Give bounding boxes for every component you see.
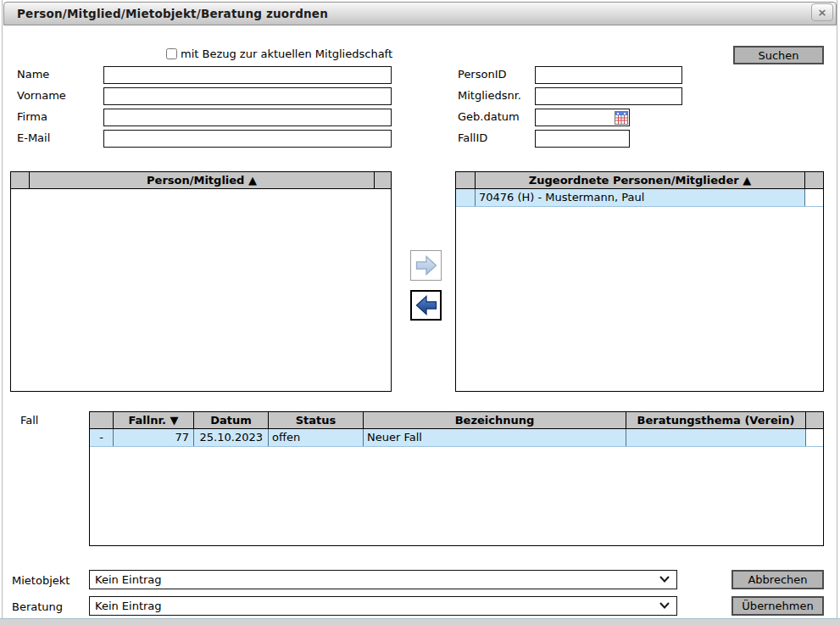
fall-cell-fallnr: 77 xyxy=(114,429,194,446)
calendar-icon[interactable] xyxy=(615,111,628,125)
assigned-row-marker-cell xyxy=(456,189,476,206)
apply-button[interactable]: Übernehmen xyxy=(732,596,824,616)
membership-checkbox[interactable] xyxy=(166,48,177,59)
window-border-left xyxy=(2,0,3,625)
gebdatum-input[interactable] xyxy=(536,111,615,125)
mitgliedsnr-input[interactable] xyxy=(535,87,682,105)
mietobjekt-field: Kein Eintrag xyxy=(89,570,677,589)
person-list-sort-header[interactable]: Person/Mitglied ▲ xyxy=(30,172,375,188)
title-bar: Person/Mitglied/Mietobjekt/Beratung zuor… xyxy=(3,2,837,25)
fall-table-row-selected[interactable]: - 77 25.10.2023 offen Neuer Fall xyxy=(90,429,823,447)
remove-button[interactable] xyxy=(410,290,442,321)
person-list-header: Person/Mitglied ▲ xyxy=(11,172,391,189)
fall-cell-thema xyxy=(626,429,806,446)
email-input[interactable] xyxy=(103,130,392,148)
assign-button[interactable] xyxy=(410,250,442,281)
assigned-row-end-cell xyxy=(805,189,823,206)
assigned-list-header: Zugeordnete Personen/Mitglieder ▲ xyxy=(456,172,823,189)
fall-cell-datum: 25.10.2023 xyxy=(194,429,269,446)
person-list-corner-cell xyxy=(11,172,30,188)
name-input[interactable] xyxy=(103,66,392,84)
person-list-end-cell xyxy=(375,172,391,188)
beratung-field: Kein Eintrag xyxy=(89,596,677,616)
assigned-row-text: 70476 (H) - Mustermann, Paul xyxy=(476,189,805,206)
fallid-input[interactable] xyxy=(535,130,630,148)
fall-col-thema[interactable]: Beratungsthema (Verein) xyxy=(626,412,806,428)
arrow-left-icon xyxy=(414,293,439,317)
assigned-list-panel: Zugeordnete Personen/Mitglieder ▲ 70476 … xyxy=(455,171,824,392)
vorname-input[interactable] xyxy=(103,87,392,105)
cancel-button[interactable]: Abbrechen xyxy=(732,570,824,589)
window-border-right xyxy=(837,0,837,625)
fall-col-status[interactable]: Status xyxy=(269,412,364,428)
person-list-panel: Person/Mitglied ▲ xyxy=(10,171,392,392)
fall-cell-status: offen xyxy=(269,429,364,446)
close-icon: × xyxy=(818,6,827,19)
fall-col-marker xyxy=(90,412,114,428)
personid-label: PersonID xyxy=(458,66,507,83)
window-border-bottom xyxy=(0,618,840,625)
fall-label: Fall xyxy=(20,414,38,427)
assigned-list-corner-cell xyxy=(456,172,476,188)
mietobjekt-select[interactable]: Kein Eintrag xyxy=(89,570,677,589)
assigned-list-body: 70476 (H) - Mustermann, Paul xyxy=(456,189,823,391)
assigned-list-row-selected[interactable]: 70476 (H) - Mustermann, Paul xyxy=(456,189,823,207)
fall-col-datum[interactable]: Datum xyxy=(194,412,269,428)
membership-checkbox-row: mit Bezug zur aktuellen Mitgliedschaft xyxy=(166,47,392,60)
fall-col-end xyxy=(806,412,823,428)
fall-col-fallnr[interactable]: Fallnr. ▼ xyxy=(114,412,194,428)
beratung-label: Beratung xyxy=(12,600,63,613)
fall-col-bezeichnung[interactable]: Bezeichnung xyxy=(364,412,626,428)
search-button[interactable]: Suchen xyxy=(733,46,824,64)
gebdatum-field xyxy=(535,109,630,126)
fall-table-header: Fallnr. ▼ Datum Status Bezeichnung Berat… xyxy=(90,412,823,429)
fallid-label: FallID xyxy=(458,130,487,147)
arrow-right-icon xyxy=(414,254,439,277)
beratung-select[interactable]: Kein Eintrag xyxy=(89,596,677,616)
personid-input[interactable] xyxy=(535,66,682,84)
fall-table: Fallnr. ▼ Datum Status Bezeichnung Berat… xyxy=(89,411,824,546)
mitgliedsnr-label: Mitgliedsnr. xyxy=(458,87,521,104)
name-label: Name xyxy=(17,66,49,83)
dialog-title: Person/Mitglied/Mietobjekt/Beratung zuor… xyxy=(4,7,328,20)
person-list-body[interactable] xyxy=(11,189,391,391)
assign-dialog: Person/Mitglied/Mietobjekt/Beratung zuor… xyxy=(0,0,840,625)
firma-label: Firma xyxy=(17,109,47,126)
mietobjekt-label: Mietobjekt xyxy=(12,574,70,587)
email-label: E-Mail xyxy=(17,130,50,147)
gebdatum-label: Geb.datum xyxy=(458,109,520,126)
vorname-label: Vorname xyxy=(17,87,66,104)
firma-input[interactable] xyxy=(103,109,392,126)
assigned-list-end-cell xyxy=(805,172,823,188)
fall-cell-end xyxy=(806,429,823,446)
fall-cell-bezeichnung: Neuer Fall xyxy=(364,429,626,446)
membership-checkbox-label[interactable]: mit Bezug zur aktuellen Mitgliedschaft xyxy=(181,47,392,60)
close-button[interactable]: × xyxy=(811,3,833,21)
fall-cell-marker: - xyxy=(90,429,114,446)
assigned-list-sort-header[interactable]: Zugeordnete Personen/Mitglieder ▲ xyxy=(476,172,805,188)
